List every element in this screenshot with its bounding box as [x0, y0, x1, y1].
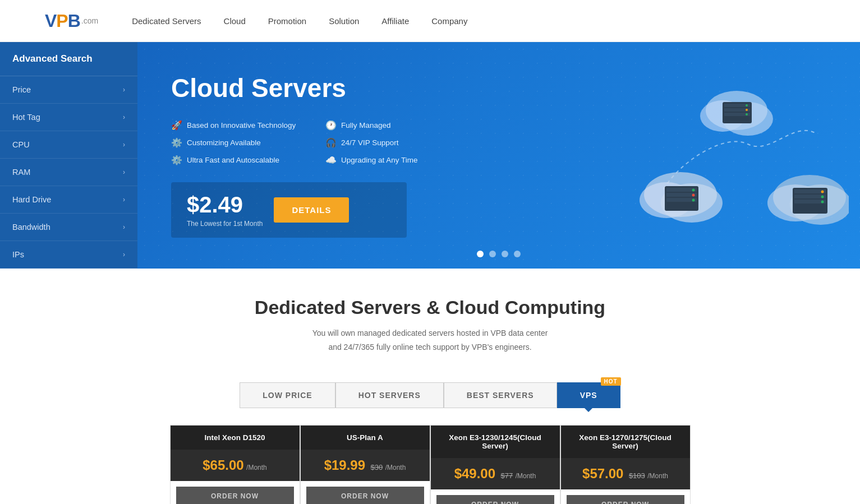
- svg-rect-25: [794, 195, 826, 198]
- sidebar-ram[interactable]: RAM ›: [0, 159, 137, 186]
- card-1-price: $65.00: [203, 457, 243, 473]
- svg-point-29: [821, 201, 824, 204]
- card-3-original-price: $77: [501, 471, 513, 480]
- sidebar-hard-drive[interactable]: Hard Drive ›: [0, 186, 137, 214]
- hero-price-subtitle: The Lowest for 1st Month: [187, 220, 263, 228]
- hot-badge: HOT: [601, 377, 621, 386]
- svg-rect-4: [724, 104, 750, 107]
- svg-point-27: [821, 191, 824, 193]
- svg-point-28: [821, 196, 824, 198]
- header: VPB .com Dedicated Servers Cloud Promoti…: [0, 0, 860, 42]
- sidebar: Advanced Search Price › Hot Tag › CPU › …: [0, 42, 137, 269]
- hero-feature-4-text: 24/7 VIP Support: [341, 138, 399, 147]
- sidebar-hard-drive-label: Hard Drive: [12, 195, 51, 204]
- hero-feature-5-text: Ultra Fast and Autoscalable: [187, 156, 279, 164]
- svg-point-9: [746, 113, 748, 115]
- hero-title: Cloud Servers: [171, 73, 826, 103]
- tab-vps[interactable]: VPS HOT: [557, 382, 620, 408]
- sidebar-ram-arrow: ›: [123, 168, 125, 176]
- card-1-order-button[interactable]: ORDER NOW: [176, 487, 294, 504]
- section-subtitle-line2: and 24/7/365 fully online tech support b…: [328, 343, 531, 352]
- hero-feature-6: ☁️ Upgrading at Any Time: [325, 155, 463, 165]
- tab-low-price[interactable]: LOW PRICE: [240, 382, 335, 408]
- hero-feature-1-text: Based on Innovative Technology: [187, 121, 296, 130]
- carousel-dot-1[interactable]: [477, 251, 484, 257]
- hero-price: $2.49: [187, 192, 263, 218]
- svg-point-17: [692, 189, 695, 192]
- hero-feature-3-text: Customizing Available: [187, 138, 261, 147]
- rocket-icon: 🚀: [171, 120, 182, 131]
- card-4-order-button[interactable]: ORDER NOW: [567, 495, 684, 504]
- hero-feature-6-text: Upgrading at Any Time: [341, 156, 418, 164]
- sidebar-bandwidth[interactable]: Bandwidth ›: [0, 214, 137, 241]
- nav-dedicated-servers[interactable]: Dedicated Servers: [132, 13, 201, 29]
- carousel-dot-2[interactable]: [489, 251, 496, 257]
- nav-solution[interactable]: Solution: [329, 13, 359, 29]
- svg-point-1: [700, 100, 745, 132]
- card-3-header: Xeon E3-1230/1245(Cloud Server): [431, 426, 560, 458]
- hero-feature-2-text: Fully Managed: [341, 121, 391, 130]
- nav-promotion[interactable]: Promotion: [268, 13, 306, 29]
- card-3-order-button[interactable]: ORDER NOW: [436, 495, 554, 504]
- section-subtitle: You will own managed dedicated servers h…: [11, 326, 849, 354]
- svg-point-11: [640, 182, 693, 218]
- server-card-4: Xeon E3-1270/1275(Cloud Server) $57.00 $…: [560, 425, 691, 504]
- hero-feature-3: ⚙️ Customizing Available: [171, 137, 309, 148]
- logo-text: VPB: [45, 11, 80, 31]
- nav-cloud[interactable]: Cloud: [224, 13, 246, 29]
- svg-rect-6: [724, 113, 750, 116]
- svg-rect-15: [666, 193, 697, 197]
- sidebar-cpu[interactable]: CPU ›: [0, 131, 137, 159]
- logo[interactable]: VPB .com: [45, 11, 98, 31]
- support-icon: 🎧: [325, 137, 337, 148]
- nav-company[interactable]: Company: [431, 13, 467, 29]
- svg-point-19: [692, 199, 695, 202]
- card-2-price: $19.99: [324, 457, 365, 473]
- card-4-original-price: $103: [629, 471, 645, 480]
- hero-feature-1: 🚀 Based on Innovative Technology: [171, 120, 309, 131]
- tab-hot-servers[interactable]: HOT SERVERS: [335, 382, 444, 408]
- svg-rect-13: [665, 186, 698, 211]
- svg-point-21: [767, 184, 824, 221]
- carousel-dot-3[interactable]: [502, 251, 508, 257]
- card-3-price-area: $49.00 $77 /Month: [431, 458, 560, 489]
- hero-features: 🚀 Based on Innovative Technology 🕐 Fully…: [171, 120, 463, 165]
- svg-point-7: [746, 104, 748, 107]
- sidebar-price-arrow: ›: [123, 86, 125, 94]
- server-card-2: US-Plan A $19.99 $30 /Month ORDER NOW: [300, 425, 430, 504]
- tab-best-servers[interactable]: BEST SERVERS: [444, 382, 557, 408]
- hero-feature-5: ⚙️ Ultra Fast and Autoscalable: [171, 155, 309, 165]
- hero-details-button[interactable]: DETAILS: [274, 197, 349, 223]
- sidebar-ips-label: IPs: [12, 250, 24, 259]
- sidebar-cpu-label: CPU: [12, 140, 30, 149]
- card-1-price-area: $65.00 /Month: [171, 450, 300, 481]
- sidebar-price[interactable]: Price ›: [0, 76, 137, 104]
- nav-affiliate[interactable]: Affiliate: [381, 13, 409, 29]
- svg-rect-16: [666, 198, 697, 202]
- section-title-area: Dedicated Servers & Cloud Computing You …: [0, 269, 860, 366]
- section-subtitle-line1: You will own managed dedicated servers h…: [312, 329, 548, 337]
- svg-rect-3: [723, 102, 752, 123]
- svg-rect-26: [794, 200, 826, 204]
- sidebar-hot-tag[interactable]: Hot Tag ›: [0, 104, 137, 131]
- main-container: Advanced Search Price › Hot Tag › CPU › …: [0, 42, 860, 269]
- sidebar-hot-tag-arrow: ›: [123, 113, 125, 121]
- svg-point-20: [773, 175, 846, 220]
- hero-price-info: $2.49 The Lowest for 1st Month: [187, 192, 263, 228]
- card-2-header: US-Plan A: [301, 426, 430, 450]
- svg-point-22: [790, 184, 849, 225]
- gear-icon: ⚙️: [171, 137, 182, 148]
- card-4-per-month: /Month: [647, 472, 668, 480]
- carousel-dot-4[interactable]: [514, 251, 521, 257]
- sidebar-price-label: Price: [12, 85, 31, 94]
- svg-point-2: [723, 102, 773, 136]
- carousel-dots: [477, 251, 521, 257]
- sidebar-ips[interactable]: IPs ›: [0, 241, 137, 269]
- sidebar-ips-arrow: ›: [123, 251, 125, 258]
- svg-point-8: [746, 109, 748, 111]
- cloud-icon: ☁️: [325, 155, 337, 165]
- card-3-per-month: /Month: [516, 472, 536, 480]
- card-2-order-button[interactable]: ORDER NOW: [306, 487, 424, 504]
- card-4-price: $57.00: [582, 466, 623, 481]
- card-1-per-month: /Month: [246, 464, 267, 471]
